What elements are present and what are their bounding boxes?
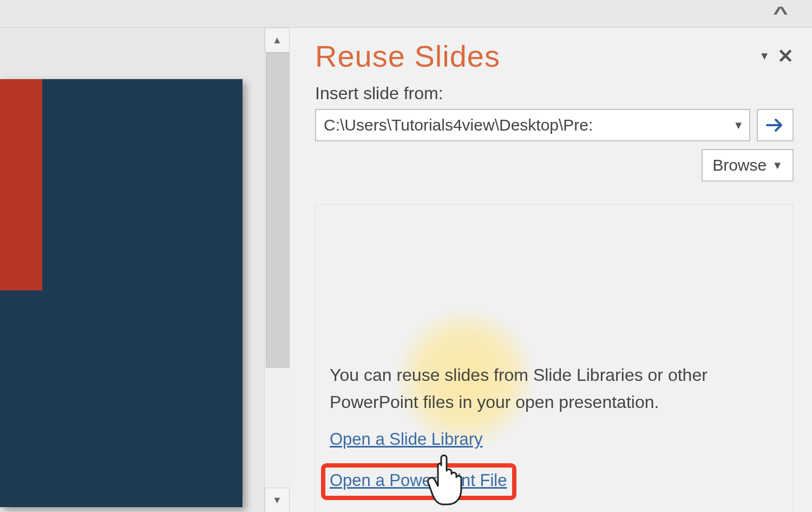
- chevron-down-icon: ▼: [733, 119, 744, 132]
- arrow-right-icon: [766, 118, 784, 133]
- open-powerpoint-file-link[interactable]: Open a PowerPoint File: [330, 471, 507, 490]
- browse-button[interactable]: Browse ▼: [702, 149, 794, 182]
- go-button[interactable]: [757, 109, 794, 141]
- panel-header: Reuse Slides ▼ ✕: [315, 38, 794, 74]
- scroll-track[interactable]: [265, 53, 291, 488]
- scroll-down-button[interactable]: ▼: [265, 488, 290, 512]
- panel-title: Reuse Slides: [315, 38, 500, 74]
- browse-row: Browse ▼: [315, 149, 794, 182]
- close-panel-icon[interactable]: ✕: [777, 51, 794, 61]
- panel-options-dropdown-icon[interactable]: ▼: [759, 50, 770, 62]
- open-slide-library-link[interactable]: Open a Slide Library: [330, 430, 779, 449]
- slide-canvas[interactable]: [0, 79, 243, 507]
- scroll-thumb[interactable]: [266, 53, 290, 368]
- info-box: You can reuse slides from Slide Librarie…: [315, 204, 794, 512]
- open-powerpoint-row: Open a PowerPoint File: [330, 463, 779, 500]
- insert-from-label: Insert slide from:: [315, 83, 794, 103]
- browse-label: Browse: [712, 156, 767, 174]
- chevron-down-icon: ▼: [772, 159, 783, 172]
- vertical-scrollbar[interactable]: ▲ ▼: [264, 27, 291, 512]
- reuse-slides-panel: Reuse Slides ▼ ✕ Insert slide from: C:\U…: [290, 27, 812, 512]
- slide-red-block: [0, 79, 42, 290]
- annotation-red-box: Open a PowerPoint File: [321, 463, 516, 500]
- path-dropdown[interactable]: C:\Users\Tutorials4view\Desktop\Pre: ▼: [315, 109, 750, 141]
- collapse-ribbon-caret[interactable]: ^: [773, 2, 788, 23]
- slide-edit-area: [0, 27, 264, 512]
- path-value: C:\Users\Tutorials4view\Desktop\Pre:: [324, 116, 593, 134]
- panel-controls: ▼ ✕: [759, 50, 794, 62]
- scroll-up-button[interactable]: ▲: [265, 28, 290, 53]
- info-text: You can reuse slides from Slide Librarie…: [330, 362, 779, 416]
- path-row: C:\Users\Tutorials4view\Desktop\Pre: ▼: [315, 109, 794, 141]
